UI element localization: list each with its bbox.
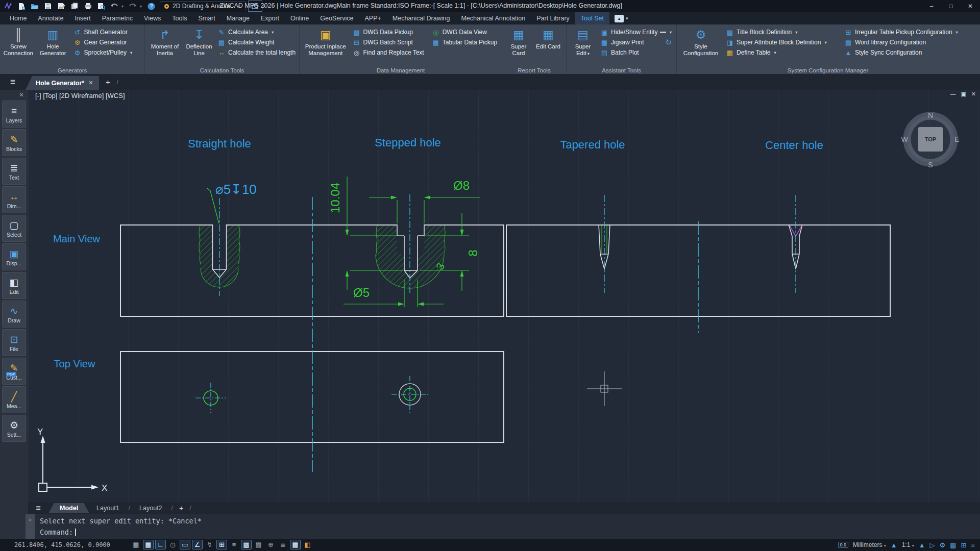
hardware-acceleration-icon[interactable]: ▦ (950, 541, 956, 549)
ortho-mode-toggle[interactable]: ∟ (155, 540, 166, 549)
define-table-button[interactable]: ▦ Define Table ▾ (724, 47, 841, 58)
viewport-controls-label[interactable]: [-] [Top] [2D Wireframe] [WCS] (35, 92, 125, 99)
moment-of-inertia-button[interactable]: ↱ Moment of Inertia (146, 26, 183, 64)
tab-app-plus[interactable]: APP+ (359, 12, 387, 24)
title-block-definition-button[interactable]: ▤ Title Block Definition ▾ (724, 27, 841, 37)
stepped-hole-section[interactable] (376, 194, 445, 293)
undo-icon[interactable] (108, 1, 120, 11)
compass-east-label[interactable]: E (954, 135, 959, 143)
angle-snap-toggle[interactable]: ∠ (192, 540, 203, 549)
command-line-grip[interactable]: ✕ (26, 514, 35, 539)
window-close-button[interactable]: ✕ (961, 0, 980, 12)
style-configuration-button[interactable]: ⚙ Style Configuration (678, 26, 723, 64)
deflection-line-button[interactable]: ↧ Deflection Line (183, 26, 215, 64)
sidebar-item-display[interactable]: ▣ Disp... (2, 243, 26, 270)
view-compass[interactable]: N W E S TOP (901, 111, 959, 169)
transparency-toggle[interactable]: ▩ (241, 540, 252, 549)
tab-parametric[interactable]: Parametric (96, 12, 138, 24)
hole-generator-button[interactable]: ▥ Hole Generator (35, 26, 71, 64)
tab-layout1[interactable]: Layout1 (89, 503, 126, 513)
find-replace-text-button[interactable]: ◎ Find and Replace Text (351, 47, 428, 58)
window-minimize-button[interactable]: – (922, 0, 941, 12)
dwg-data-pickup-button[interactable]: ▤ DWG Data Pickup (351, 27, 428, 37)
word-library-configuration-button[interactable]: ▤ Word library Configuration (843, 37, 973, 47)
precision-indicator[interactable]: 0.0 (838, 542, 849, 548)
compass-north-label[interactable]: N (928, 111, 933, 119)
ucs-icon[interactable]: Y X (37, 427, 107, 493)
tab-annotate[interactable]: Annotate (32, 12, 69, 24)
preview-icon[interactable] (95, 1, 107, 11)
command-line[interactable]: ✕ Select next super edit entity: *Cancel… (26, 514, 980, 539)
command-prompt[interactable]: Command: (40, 528, 76, 536)
selection-cycling-toggle[interactable]: ⊕ (265, 540, 276, 549)
new-document-tab-button[interactable]: + (99, 74, 116, 90)
calculate-total-length-button[interactable]: ↔ Calculate the total length (216, 47, 297, 58)
fullscreen-icon[interactable]: ⊞ (961, 541, 967, 549)
annotation-scale-selector[interactable]: 1:1 ▾ (902, 541, 914, 548)
label-main-view[interactable]: Main View (53, 233, 100, 244)
sidebar-close-icon[interactable]: ✕ (0, 90, 28, 101)
lineweight-display-toggle[interactable]: ≡ (229, 540, 239, 549)
sidebar-item-dimension[interactable]: ↔ Dim... (2, 186, 26, 213)
tab-tool-set[interactable]: Tool Set (575, 12, 609, 24)
isolate-objects-toggle[interactable]: ◧ (302, 540, 313, 549)
top-view-position-marker[interactable] (587, 371, 622, 406)
save-icon[interactable] (42, 1, 54, 11)
edit-card-button[interactable]: ▦ Edit Card (533, 26, 563, 64)
add-layout-button[interactable]: + (175, 504, 187, 512)
dim-counterbore-depth[interactable]: 8 (466, 249, 480, 256)
dwg-data-view-button[interactable]: ◎ DWG Data View (430, 27, 499, 37)
ribbon-pin-icon[interactable]: ▴ (615, 15, 624, 22)
units-selector[interactable]: Millimeters ▾ (853, 541, 886, 548)
batch-plot-button[interactable]: ▤ Batch Plot (599, 47, 673, 58)
sidebar-item-text[interactable]: ≣ Text (2, 158, 26, 185)
document-tab-hole-generator[interactable]: Hole Generator* ✕ (26, 76, 99, 90)
dim-straight-callout[interactable]: ⌀5↧10 (215, 182, 257, 197)
label-center-hole[interactable]: Center hole (765, 139, 823, 152)
sidebar-item-measure[interactable]: ╱ Mea... (2, 386, 26, 413)
new-file-icon[interactable] (15, 1, 28, 11)
screw-connection-button[interactable]: ║ Screw Connection (2, 26, 35, 64)
sprocket-pulley-button[interactable]: ⚙ Sprocket/Pulley ▾ (72, 47, 142, 58)
refresh-icon[interactable]: ↻ (665, 38, 672, 47)
copy-icon[interactable] (68, 1, 81, 11)
sidebar-item-draw[interactable]: ∿ Draw (2, 300, 26, 328)
sidebar-item-settings[interactable]: ⚙ Sett... (2, 415, 26, 442)
label-tapered-hole[interactable]: Tapered hole (560, 138, 625, 151)
straight-hole-section[interactable] (199, 198, 240, 296)
tab-insert[interactable]: Insert (69, 12, 96, 24)
document-tab-close-icon[interactable]: ✕ (88, 80, 93, 86)
annotation-visibility-icon[interactable]: ▲ (919, 541, 925, 549)
undo-caret-icon[interactable]: ▾ (121, 4, 126, 9)
window-maximize-button[interactable]: □ (941, 0, 961, 12)
print-icon[interactable] (82, 1, 94, 11)
style-sync-configuration-button[interactable]: ▲ Style Sync Configuration (843, 47, 973, 58)
help-icon[interactable]: ? (145, 1, 157, 11)
tab-mechanical-annotation[interactable]: Mechanical Annotation (455, 12, 531, 24)
polar-tracking-toggle[interactable]: ◷ (167, 540, 178, 549)
dwg-batch-script-button[interactable]: ⊟ DWG Batch Script (351, 37, 428, 47)
top-view-straight-hole[interactable] (195, 383, 226, 413)
linetype-swatch[interactable] (660, 32, 666, 33)
sidebar-item-blocks[interactable]: ✎ Blocks (2, 129, 26, 156)
tabular-data-pickup-button[interactable]: ▦ Tabular Data Pickup (430, 37, 499, 47)
status-menu-icon[interactable]: ≡ (971, 541, 975, 549)
shaft-generator-button[interactable]: ↺ Shaft Generator (72, 27, 142, 37)
product-inplace-management-button[interactable]: ▣ Product Inplace Management (301, 26, 350, 64)
settings-gear-icon[interactable]: ⚙ (940, 541, 946, 549)
centerlines[interactable] (312, 197, 698, 472)
snap-mode-toggle[interactable]: ▦ (143, 540, 154, 549)
label-top-view[interactable]: Top View (54, 358, 95, 369)
tab-layout2[interactable]: Layout2 (132, 503, 169, 513)
tapered-hole-section[interactable] (599, 195, 610, 293)
document-menu-icon[interactable]: ≡ (0, 74, 26, 90)
drawing-canvas[interactable]: [-] [Top] [2D Wireframe] [WCS] N W E S T… (28, 90, 980, 502)
tab-home[interactable]: Home (4, 12, 32, 24)
save-as-icon[interactable] (55, 1, 67, 11)
label-stepped-hole[interactable]: Stepped hole (375, 136, 441, 149)
gear-generator-button[interactable]: ⚙ Gear Generator (72, 37, 142, 47)
viewport-restore-icon[interactable]: ▣ (961, 91, 966, 97)
ribbon-collapse-caret-icon[interactable]: ▾ (626, 16, 628, 21)
open-file-icon[interactable] (29, 1, 41, 11)
sidebar-item-select[interactable]: ▢ Select (2, 215, 26, 242)
